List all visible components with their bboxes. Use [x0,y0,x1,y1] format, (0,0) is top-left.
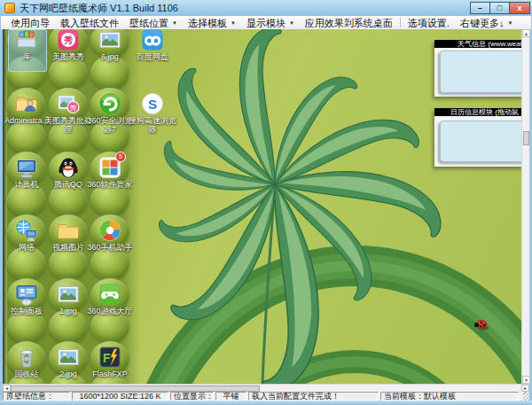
weather-module[interactable]: 天气信息 (www.weathe [434,40,521,97]
flashfxp-icon: F [98,345,122,370]
desktop-icon-sogou-browser[interactable]: S搜狗高速浏览器 [126,91,179,134]
photo-icon [98,29,122,52]
sogou-icon: S [140,91,165,116]
desktop-icon-soft-manager-360[interactable]: 5360软件管家 [83,155,137,190]
meitu-icon: 秀 [56,29,81,52]
vertical-scrollbar[interactable]: ▲ ▼ [521,29,529,384]
horizontal-scrollbar[interactable]: ◄ ► [3,384,529,392]
status-cell-1: 1600*1200 SIZE:126 K [72,392,168,401]
status-cell-3: 平铺 [215,392,246,401]
baidupan-icon [140,29,165,52]
window-title: 天下网吧壁纸魔术师 V1.1 Build 1106 [20,2,178,15]
desktop-icon-label: 360游戏大厅 [83,308,137,316]
svg-text:秀: 秀 [70,105,76,112]
minimize-button[interactable]: – [470,2,490,14]
maximize-button[interactable]: □ [489,2,510,14]
desktop-icon-label: 360手机助手 [83,244,137,253]
desktop-icon-label: 百度网盘 [126,53,179,62]
status-bar: 原壁纸信息：1600*1200 SIZE:126 K位置显示：平铺载入当前配置文… [3,392,529,401]
vertical-scroll-thumb[interactable] [523,131,529,145]
game360-icon [98,282,122,307]
network-icon [14,218,39,243]
desktop-icon-flashfxp[interactable]: FFlashFXP [83,345,137,379]
dropdown-arrow-icon: ▼ [231,17,236,29]
scroll-right-icon[interactable]: ► [521,385,529,392]
computer-icon [14,155,39,180]
notification-badge: 5 [115,152,126,162]
window-bottom-border [0,401,532,405]
menu-separator [400,18,401,27]
svg-text:秀: 秀 [64,35,74,45]
desktop-icon-label: FlashFXP [83,370,137,379]
title-bar: 天下网吧壁纸魔术师 V1.1 Build 1106 – □ x [0,0,532,16]
weather-module-title: 天气信息 (www.weathe [434,40,521,48]
menu-item-options[interactable]: 选项设置. [403,16,455,29]
resize-grip[interactable] [523,392,532,401]
scroll-down-icon[interactable]: ▼ [522,376,530,384]
folder-icon [56,218,81,243]
phone360-icon [98,218,122,243]
svg-text:S: S [148,97,157,112]
menu-item-wizard[interactable]: 使用向导 [5,16,55,29]
calendar-content-box [440,121,521,162]
desktop-icon-baidu-pan[interactable]: 百度网盘 [126,29,179,62]
menu-item-load-wallpaper[interactable]: 载入壁纸文件 [55,16,124,29]
status-cell-4: 载入当前配置文件完成！ [248,392,379,401]
browser360-icon [98,91,122,116]
weather-content-box [440,51,521,93]
menu-item-show-modules[interactable]: 显示模块▼ [241,16,300,29]
status-cell-0: 原壁纸信息： [3,392,70,401]
menu-item-wallpaper-position[interactable]: 壁纸位置▼ [124,16,183,29]
status-cell-5: 当前模板：默认模板 [380,392,519,401]
app-window: 天下网吧壁纸魔术师 V1.1 Build 1106 – □ x 使用向导载入壁纸… [0,0,532,405]
desktop-icon-game-hall-360[interactable]: 360游戏大厅 [83,282,137,316]
menu-item-right-click-more[interactable]: 右键更多↓▼ [455,16,518,29]
photo-icon [56,282,81,307]
horizontal-scroll-thumb[interactable] [11,386,260,392]
weather-module-body [434,48,521,97]
menu-bar: 使用向导载入壁纸文件壁纸位置▼选择模板▼显示模块▼应用效果到系统桌面选项设置.右… [1,16,531,30]
calendar-module-title: 日历信息模块 (拖动鼠 [434,108,521,116]
window-controls: – □ x [471,2,530,14]
menu-item-choose-template[interactable]: 选择模板▼ [183,16,241,29]
scroll-up-icon[interactable]: ▲ [522,29,530,37]
close-button[interactable]: x [509,2,530,14]
dropdown-arrow-icon: ▼ [289,17,294,29]
controlpanel-icon [14,282,39,307]
scroll-left-icon[interactable]: ◄ [3,385,11,392]
desktop-preview: 天气信息 (www.weathe 日历信息模块 (拖动鼠 库秀美图秀秀6.jpg… [3,29,521,384]
soft360-icon: 5 [98,155,122,180]
photo-icon [56,345,81,370]
desktop-icon-label: 360软件管家 [83,181,137,190]
dropdown-arrow-icon: ▼ [172,17,177,29]
menu-item-apply-to-desktop[interactable]: 应用效果到系统桌面 [300,16,398,29]
userfolder-icon [14,91,39,116]
status-cell-2: 位置显示： [170,392,214,401]
svg-text:F: F [103,351,111,365]
app-logo-icon [4,3,15,13]
qq-icon [56,155,81,180]
calendar-module-body [434,116,521,167]
desktop-icon-label: 搜狗高速浏览器 [126,117,179,134]
meitubatch-icon: 秀 [56,91,81,116]
dropdown-arrow-icon: ▼ [507,17,512,29]
desktop-icon-phone-helper-360[interactable]: 360手机助手 [83,218,137,253]
preview-left-shade [3,29,7,384]
library-icon [14,29,39,52]
calendar-module[interactable]: 日历信息模块 (拖动鼠 [434,108,521,167]
recycle-icon [14,345,39,370]
